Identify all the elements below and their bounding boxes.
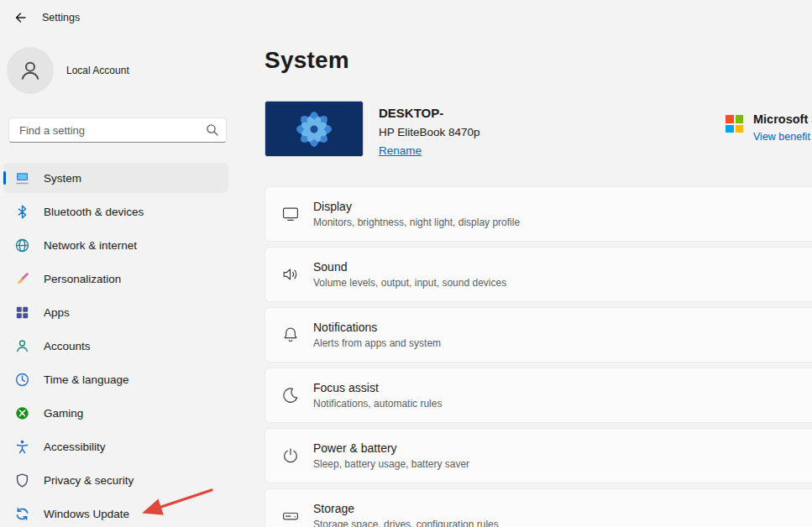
microsoft-365-text: Microsoft 3 View benefit: [753, 112, 812, 143]
sidebar-item-label: Bluetooth & devices: [44, 206, 144, 218]
card-text: Storage Storage space, drives, configura…: [313, 502, 499, 527]
sidebar-item-label: Accounts: [44, 340, 91, 352]
card-subtitle: Monitors, brightness, night light, displ…: [313, 217, 520, 228]
rename-link[interactable]: Rename: [379, 144, 422, 157]
paintbrush-icon: [14, 271, 30, 287]
system-icon: [14, 170, 30, 186]
windows-bloom-image: [265, 102, 363, 156]
card-title: Storage: [313, 502, 499, 515]
bell-icon: [281, 326, 300, 344]
card-text: Notifications Alerts from apps and syste…: [313, 321, 441, 349]
apps-grid-icon: [14, 305, 30, 321]
device-name: DESKTOP-: [379, 106, 480, 120]
view-benefits-link[interactable]: View benefit: [753, 131, 812, 143]
card-text: Focus assist Notifications, automatic ru…: [313, 381, 442, 410]
sidebar-item-apps[interactable]: Apps: [3, 297, 228, 327]
sidebar-item-label: Privacy & security: [44, 474, 134, 487]
card-title: Focus assist: [313, 381, 442, 394]
sidebar-item-label: Network & internet: [44, 239, 137, 252]
microsoft-logo-icon: [726, 115, 743, 133]
shield-icon: [14, 472, 30, 488]
settings-card-storage[interactable]: Storage Storage space, drives, configura…: [265, 488, 812, 527]
card-title: Display: [313, 200, 520, 213]
ms-logo-green-square: [736, 115, 744, 123]
back-arrow-icon: [13, 11, 27, 24]
speaker-icon: [281, 265, 300, 284]
network-globe-icon: [14, 237, 30, 253]
device-section: DESKTOP- HP EliteBook 8470p Rename: [265, 101, 480, 158]
sidebar-item-time-language[interactable]: Time & language: [3, 364, 228, 394]
settings-card-power-battery[interactable]: Power & battery Sleep, battery usage, ba…: [265, 428, 812, 483]
app-title: Settings: [42, 12, 80, 23]
card-subtitle: Storage space, drives, configuration rul…: [313, 519, 499, 527]
card-title: Power & battery: [313, 441, 469, 455]
sidebar-item-label: System: [44, 172, 81, 185]
device-info: DESKTOP- HP EliteBook 8470p Rename: [379, 101, 480, 158]
sidebar-item-label: Gaming: [44, 407, 83, 420]
titlebar: Settings: [0, 0, 80, 35]
account-section[interactable]: Local Account: [0, 34, 235, 94]
avatar: [7, 47, 54, 94]
search-input[interactable]: [8, 117, 227, 143]
card-subtitle: Alerts from apps and system: [313, 337, 441, 349]
card-text: Display Monitors, brightness, night ligh…: [313, 200, 520, 228]
card-text: Sound Volume levels, output, input, soun…: [313, 260, 506, 289]
settings-card-list: Display Monitors, brightness, night ligh…: [265, 186, 812, 527]
device-model: HP EliteBook 8470p: [379, 126, 480, 138]
sidebar-item-system[interactable]: System: [3, 163, 228, 193]
search-icon[interactable]: [205, 123, 220, 138]
card-subtitle: Volume levels, output, input, sound devi…: [313, 277, 506, 289]
accessibility-icon: [14, 439, 30, 455]
page-title: System: [265, 47, 349, 74]
ms-logo-blue-square: [726, 125, 734, 133]
selection-indicator: [3, 171, 6, 185]
sidebar-item-privacy-security[interactable]: Privacy & security: [3, 465, 228, 495]
search-box: [8, 117, 227, 143]
sidebar-item-label: Personalization: [44, 273, 121, 285]
microsoft-365-title: Microsoft 3: [753, 112, 812, 126]
sidebar-item-network-internet[interactable]: Network & internet: [3, 230, 228, 260]
power-icon: [281, 446, 300, 465]
display-icon: [281, 205, 300, 223]
settings-card-focus-assist[interactable]: Focus assist Notifications, automatic ru…: [265, 368, 812, 423]
account-name: Local Account: [66, 65, 129, 76]
sidebar-item-bluetooth-devices[interactable]: Bluetooth & devices: [3, 196, 228, 227]
xbox-icon: [14, 405, 30, 421]
moon-icon: [281, 386, 300, 404]
settings-card-sound[interactable]: Sound Volume levels, output, input, soun…: [265, 247, 812, 302]
sidebar-nav: System Bluetooth & devices Network & int…: [0, 163, 235, 527]
sidebar-item-label: Accessibility: [44, 441, 106, 453]
clock-icon: [14, 372, 30, 388]
card-text: Power & battery Sleep, battery usage, ba…: [313, 441, 469, 470]
ms-logo-yellow-square: [736, 125, 744, 133]
sidebar-item-gaming[interactable]: Gaming: [3, 398, 228, 428]
bluetooth-icon: [14, 204, 30, 220]
update-arrows-icon: [14, 506, 30, 522]
sidebar-item-label: Windows Update: [44, 508, 129, 520]
sidebar-item-accessibility[interactable]: Accessibility: [3, 431, 228, 462]
main-content: System: [265, 0, 812, 527]
sidebar-item-label: Apps: [44, 306, 70, 319]
card-subtitle: Sleep, battery usage, battery saver: [313, 458, 469, 470]
sidebar-item-accounts[interactable]: Accounts: [3, 331, 228, 361]
sidebar-item-label: Time & language: [44, 373, 129, 386]
card-title: Sound: [313, 260, 506, 274]
person-icon: [14, 338, 30, 354]
sidebar: Local Account System Bluetooth & devices: [0, 34, 235, 527]
card-subtitle: Notifications, automatic rules: [313, 398, 442, 410]
device-wallpaper-thumbnail: [265, 101, 364, 157]
sidebar-item-personalization[interactable]: Personalization: [3, 264, 228, 294]
storage-icon: [281, 507, 300, 525]
settings-card-notifications[interactable]: Notifications Alerts from apps and syste…: [265, 307, 812, 363]
sidebar-item-windows-update[interactable]: Windows Update: [3, 498, 228, 527]
card-title: Notifications: [313, 321, 441, 334]
ms-logo-red-square: [726, 115, 734, 123]
person-avatar-icon: [18, 58, 43, 83]
settings-card-display[interactable]: Display Monitors, brightness, night ligh…: [265, 186, 812, 242]
microsoft-365-promo[interactable]: Microsoft 3 View benefit: [726, 112, 812, 143]
back-button[interactable]: [8, 7, 32, 29]
